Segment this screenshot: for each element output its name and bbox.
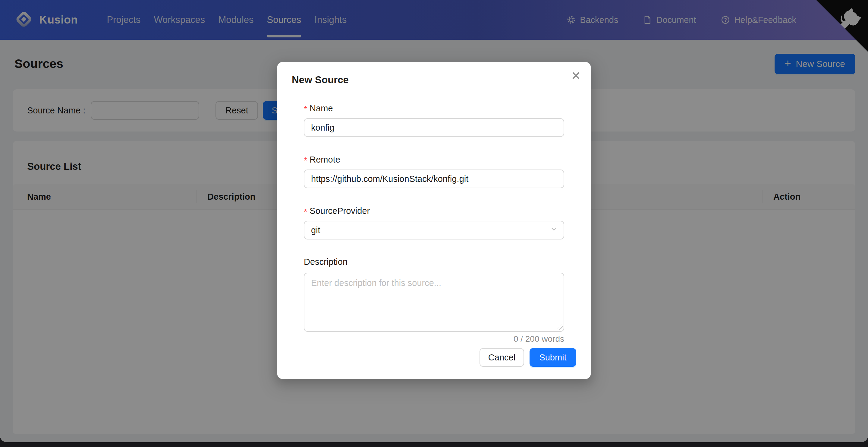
required-asterisk: * [304,207,307,217]
source-provider-field-label: * SourceProvider [304,205,370,217]
close-icon[interactable]: × [571,67,581,83]
name-input[interactable] [304,118,564,137]
word-count: 0 / 200 words [514,334,564,344]
source-provider-value: git [311,225,320,235]
modal-title: New Source [292,74,349,86]
desktop-background: Kusion Projects Workspaces Modules Sourc… [0,0,868,447]
remote-input[interactable] [304,170,564,188]
required-asterisk: * [304,105,307,114]
remote-field-label: * Remote [304,154,340,166]
chevron-down-icon [550,225,558,236]
source-provider-select[interactable]: git [304,221,564,239]
cancel-button[interactable]: Cancel [479,348,524,367]
description-textarea[interactable] [304,273,564,332]
new-source-modal: New Source × * Name * Remote * SourcePro… [277,62,591,379]
required-asterisk: * [304,156,307,166]
description-field-label: Description [304,257,347,267]
name-field-label: * Name [304,102,333,114]
submit-button[interactable]: Submit [530,348,576,367]
modal-footer: Cancel Submit [479,348,576,367]
app-window: Kusion Projects Workspaces Modules Sourc… [0,0,868,442]
